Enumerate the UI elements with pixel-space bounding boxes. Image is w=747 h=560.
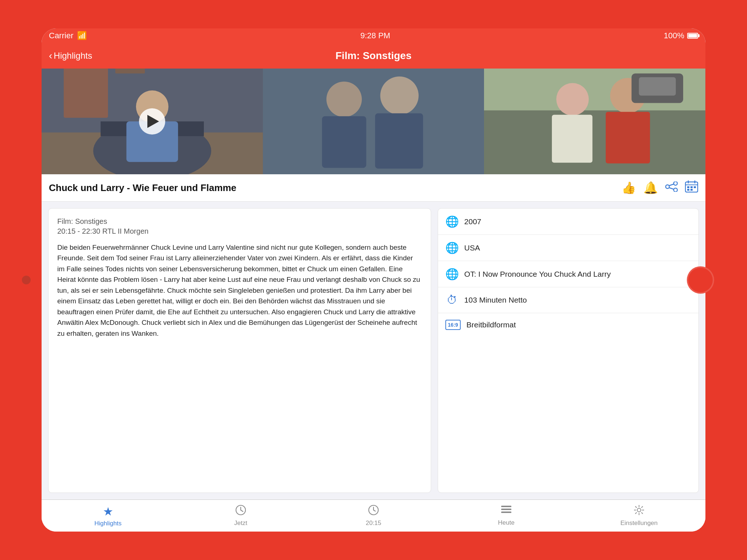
svg-line-44 [374, 510, 375, 511]
action-icons: 👍 🔔 [622, 180, 698, 195]
heute-list-icon [501, 505, 512, 518]
scene2-illustration [263, 69, 484, 174]
time2015-clock-icon [368, 505, 379, 518]
info-row-ratio: 16:9 Breitbildformat [438, 313, 698, 337]
movie-title: Chuck und Larry - Wie Feuer und Flamme [49, 182, 236, 194]
svg-rect-38 [690, 189, 693, 191]
description-text: Die beiden Feuerwehrmänner Chuck Levine … [57, 242, 422, 339]
jetzt-clock-icon [235, 505, 246, 518]
svg-rect-36 [694, 186, 696, 188]
svg-rect-47 [501, 512, 511, 513]
hero-image-3 [484, 69, 705, 174]
clock-icon: ⏱ [445, 294, 458, 306]
svg-rect-45 [501, 506, 511, 507]
main-content: Chuck und Larry - Wie Feuer und Flamme 👍… [42, 69, 705, 532]
battery-label: 100% [664, 31, 684, 40]
status-bar-right: 100% [664, 31, 698, 40]
tab-heute[interactable]: Heute [440, 500, 573, 532]
play-triangle-icon [147, 115, 159, 128]
info-row-duration: ⏱ 103 Minuten Netto [438, 287, 698, 313]
hero-image-1[interactable] [42, 69, 263, 174]
scene3-illustration [484, 69, 705, 174]
svg-rect-17 [484, 110, 705, 174]
svg-rect-20 [552, 115, 592, 163]
nav-title: Film: Sonstiges [336, 50, 411, 62]
play-button[interactable] [139, 108, 165, 135]
back-label: Highlights [54, 51, 92, 61]
svg-rect-35 [690, 186, 693, 188]
svg-rect-24 [639, 77, 676, 96]
svg-rect-22 [606, 112, 650, 164]
svg-point-25 [666, 185, 669, 188]
svg-point-49 [637, 508, 641, 512]
svg-point-27 [674, 188, 677, 192]
tab-2015-label: 20:15 [366, 520, 382, 527]
wifi-icon: 📶 [77, 31, 87, 40]
tab-highlights[interactable]: ★ Highlights [42, 500, 174, 532]
tab-jetzt[interactable]: Jetzt [174, 500, 307, 532]
tab-2015[interactable]: 20:15 [307, 500, 440, 532]
ratio-badge: 16:9 [445, 320, 461, 330]
movie-title-bar: Chuck und Larry - Wie Feuer und Flamme 👍… [42, 174, 705, 202]
status-bar-left: Carrier 📶 [49, 31, 87, 40]
info-ot: OT: I Now Pronounce You Chuck And Larry [464, 270, 611, 279]
info-ratio: Breitbildformat [467, 320, 516, 329]
svg-rect-34 [687, 186, 689, 188]
globe-icon-country: 🌐 [445, 241, 458, 254]
svg-line-41 [241, 510, 243, 512]
status-bar-time: 9:28 PM [360, 31, 390, 40]
status-bar: Carrier 📶 9:28 PM 100% [42, 28, 705, 43]
info-row-ot: 🌐 OT: I Now Pronounce You Chuck And Larr… [438, 261, 698, 287]
svg-rect-3 [115, 69, 145, 74]
hero-image-2 [263, 69, 484, 174]
settings-gear-icon [634, 505, 645, 518]
carrier-label: Carrier [49, 31, 73, 40]
calendar-button[interactable] [685, 180, 698, 195]
tab-einstellungen-label: Einstellungen [620, 520, 658, 527]
svg-rect-2 [64, 69, 108, 118]
info-duration: 103 Minuten Netto [464, 296, 527, 304]
tab-jetzt-label: Jetzt [234, 520, 247, 527]
svg-rect-15 [263, 69, 484, 174]
tab-bar: ★ Highlights Jetzt [42, 499, 705, 532]
svg-line-28 [669, 184, 674, 186]
tab-einstellungen[interactable]: Einstellungen [573, 500, 705, 532]
battery-fill [688, 34, 697, 38]
globe-icon-year: 🌐 [445, 215, 458, 228]
back-chevron-icon: ‹ [49, 51, 52, 61]
svg-rect-37 [687, 189, 689, 191]
show-category: Film: Sonstiges [57, 217, 422, 226]
info-panel: 🌐 2007 🌐 USA 🌐 OT: I Now Pronounce You C… [438, 208, 699, 493]
svg-rect-46 [501, 509, 511, 510]
svg-line-29 [669, 188, 674, 189]
deco-circle-left [22, 276, 31, 284]
content-area: Film: Sonstiges 20:15 - 22:30 RTL II Mor… [42, 202, 705, 499]
svg-point-26 [674, 182, 677, 185]
svg-point-19 [557, 83, 589, 116]
hero-images [42, 69, 705, 174]
highlights-star-icon: ★ [103, 505, 113, 518]
info-country: USA [464, 244, 480, 252]
battery-icon [687, 33, 698, 39]
like-button[interactable]: 👍 [622, 181, 636, 195]
show-time: 20:15 - 22:30 RTL II Morgen [57, 227, 422, 236]
info-row-year: 🌐 2007 [438, 209, 698, 235]
info-row-country: 🌐 USA [438, 235, 698, 261]
description-panel: Film: Sonstiges 20:15 - 22:30 RTL II Mor… [48, 208, 431, 493]
globe-icon-ot: 🌐 [445, 268, 458, 280]
info-year: 2007 [464, 217, 481, 226]
nav-back-button[interactable]: ‹ Highlights [49, 51, 92, 61]
device-frame: Carrier 📶 9:28 PM 100% ‹ Highlights Film… [42, 28, 705, 532]
bell-button[interactable]: 🔔 [643, 181, 658, 195]
tab-heute-label: Heute [498, 519, 514, 526]
tab-highlights-label: Highlights [94, 520, 122, 527]
nav-bar: ‹ Highlights Film: Sonstiges [42, 43, 705, 69]
share-button[interactable] [665, 181, 678, 195]
deco-circle-right [687, 267, 714, 294]
